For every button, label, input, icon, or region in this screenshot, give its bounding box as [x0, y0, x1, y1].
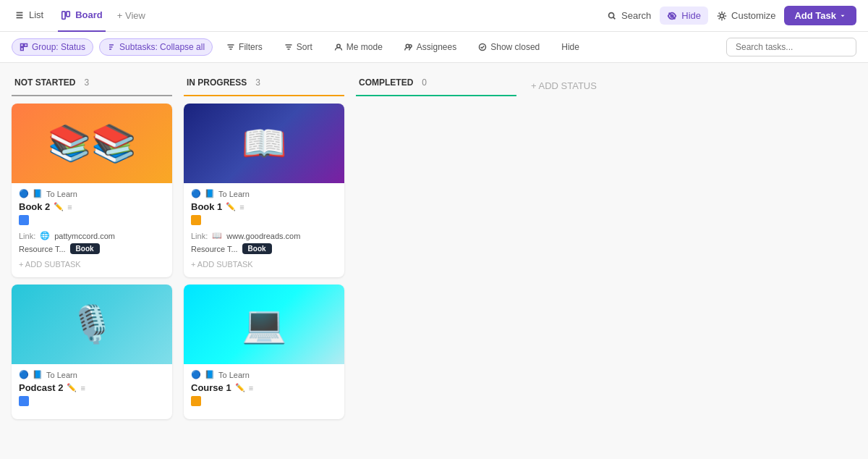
card-podcast2-meta: 🔵 📘 To Learn — [19, 370, 165, 379]
card-podcast2-flags — [19, 396, 165, 406]
sort-btn[interactable]: Sort — [276, 38, 320, 56]
completed-title: COMPLETED — [359, 77, 413, 88]
show-closed-icon — [478, 43, 487, 51]
svg-rect-10 — [21, 44, 24, 47]
assignees-btn[interactable]: Assignees — [396, 38, 464, 56]
hide-label: Hide — [681, 10, 701, 21]
in-progress-count: 3 — [255, 77, 260, 88]
assignees-icon — [404, 43, 413, 51]
flag-blue — [19, 215, 29, 225]
card-podcast2-image: 🎙️ — [12, 285, 172, 364]
subtasks-label: Subtasks: Collapse all — [119, 42, 205, 52]
hide-button[interactable]: Hide — [660, 7, 708, 25]
sort-icon — [284, 43, 293, 51]
board-label: Board — [75, 9, 103, 20]
svg-point-5 — [609, 12, 614, 17]
toolbar: Group: Status Subtasks: Collapse all Fil… — [0, 32, 868, 63]
chevron-down-icon — [839, 12, 846, 20]
nav-left: List Board + View — [12, 0, 145, 32]
column-in-progress: IN PROGRESS 3 📖 🔵 📘 To Learn Book 1 ✏️ ≡ — [184, 75, 344, 426]
add-subtask-btn[interactable]: + ADD SUBTASK — [191, 258, 337, 270]
search-tasks-input[interactable] — [726, 38, 856, 56]
card-course1-title: Course 1 ✏️ ≡ — [191, 382, 337, 393]
flag-blue — [19, 396, 29, 406]
add-task-label: Add Task — [794, 10, 836, 21]
card-book1-image: 📖 — [184, 104, 344, 183]
column-header-not-started: NOT STARTED 3 — [12, 75, 172, 96]
card-book2[interactable]: 📚 🔵 📘 To Learn Book 2 ✏️ ≡ Link: — [12, 104, 172, 277]
card-book1-meta: 🔵 📘 To Learn — [191, 189, 337, 198]
not-started-title: NOT STARTED — [14, 77, 75, 88]
more-icon[interactable]: ≡ — [239, 203, 244, 211]
card-course1-category: To Learn — [218, 371, 250, 379]
flag-yellow — [191, 396, 201, 406]
more-icon[interactable]: ≡ — [249, 384, 253, 392]
card-book2-meta: 🔵 📘 To Learn — [19, 189, 165, 198]
me-mode-label: Me mode — [346, 42, 383, 52]
card-book1-category: To Learn — [218, 190, 250, 198]
category-icon2: 📘 — [33, 370, 43, 379]
card-book2-body: 🔵 📘 To Learn Book 2 ✏️ ≡ Link: 🌐 pattymc… — [12, 183, 172, 277]
subtasks-btn[interactable]: Subtasks: Collapse all — [99, 38, 213, 56]
link-url: www.goodreads.com — [226, 232, 300, 240]
svg-rect-4 — [67, 11, 69, 16]
nav-right: Search Hide Customize Add Task — [607, 6, 856, 25]
sort-label: Sort — [297, 42, 312, 52]
filters-btn[interactable]: Filters — [218, 38, 271, 56]
customize-button[interactable]: Customize — [717, 10, 775, 21]
more-icon[interactable]: ≡ — [67, 203, 72, 211]
card-podcast2-title: Podcast 2 ✏️ ≡ — [19, 382, 165, 393]
add-status-container: + ADD STATUS — [528, 75, 600, 94]
flag-yellow — [191, 215, 201, 225]
card-podcast2-category: To Learn — [46, 371, 77, 379]
link-url: pattymccord.com — [54, 232, 115, 240]
card-book2-image: 📚 — [12, 104, 172, 183]
not-started-count: 3 — [84, 77, 89, 88]
column-not-started: NOT STARTED 3 📚 🔵 📘 To Learn Book 2 ✏️ ≡ — [12, 75, 172, 426]
show-closed-btn[interactable]: Show closed — [470, 38, 548, 56]
resource-label: Resource T... — [19, 245, 66, 253]
me-mode-btn[interactable]: Me mode — [326, 38, 391, 56]
card-podcast2[interactable]: 🎙️ 🔵 📘 To Learn Podcast 2 ✏️ ≡ — [12, 285, 172, 419]
card-book2-category: To Learn — [46, 190, 77, 198]
hide-toolbar-btn[interactable]: Hide — [553, 38, 587, 56]
assignees-label: Assignees — [417, 42, 456, 52]
card-book1-flags — [191, 215, 337, 225]
edit-icon[interactable]: ✏️ — [67, 383, 77, 392]
group-label: Group: Status — [32, 42, 85, 52]
board-icon — [61, 10, 71, 20]
card-course1[interactable]: 💻 🔵 📘 To Learn Course 1 ✏️ ≡ — [184, 285, 344, 419]
completed-count: 0 — [422, 77, 427, 88]
more-icon[interactable]: ≡ — [80, 384, 85, 392]
add-task-button[interactable]: Add Task — [784, 6, 856, 25]
card-book1-link-field: Link: 📖 www.goodreads.com — [191, 231, 337, 240]
search-button[interactable]: Search — [607, 10, 651, 21]
edit-icon[interactable]: ✏️ — [235, 383, 245, 392]
add-subtask-btn[interactable]: + ADD SUBTASK — [19, 258, 165, 270]
card-book1-resource: Resource T... Book — [191, 243, 337, 254]
edit-icon[interactable]: ✏️ — [226, 202, 236, 211]
nav-tab-board[interactable]: Board — [58, 0, 106, 32]
card-book2-resource: Resource T... Book — [19, 243, 165, 254]
subtasks-icon — [107, 43, 116, 51]
board: NOT STARTED 3 📚 🔵 📘 To Learn Book 2 ✏️ ≡ — [0, 63, 868, 458]
nav-tab-list[interactable]: List — [12, 0, 46, 32]
card-podcast2-body: 🔵 📘 To Learn Podcast 2 ✏️ ≡ — [12, 364, 172, 419]
category-icon: 🔵 — [19, 370, 29, 379]
hide-icon — [667, 11, 677, 21]
group-icon — [20, 43, 28, 51]
card-book1[interactable]: 📖 🔵 📘 To Learn Book 1 ✏️ ≡ Link: — [184, 104, 344, 277]
hide-toolbar-label: Hide — [561, 42, 579, 52]
edit-icon[interactable]: ✏️ — [54, 202, 64, 211]
course1-illustration: 💻 — [184, 285, 344, 364]
add-status-btn[interactable]: + ADD STATUS — [528, 77, 600, 94]
column-completed: COMPLETED 0 — [356, 75, 516, 104]
add-view-btn[interactable]: + View — [117, 10, 145, 21]
group-status-btn[interactable]: Group: Status — [12, 38, 93, 56]
list-icon — [14, 10, 25, 20]
resource-tag: Book — [242, 243, 272, 254]
category-icon2: 📘 — [33, 189, 43, 198]
gear-icon — [717, 11, 727, 21]
link-icon: 🌐 — [40, 231, 50, 240]
column-header-in-progress: IN PROGRESS 3 — [184, 75, 344, 96]
